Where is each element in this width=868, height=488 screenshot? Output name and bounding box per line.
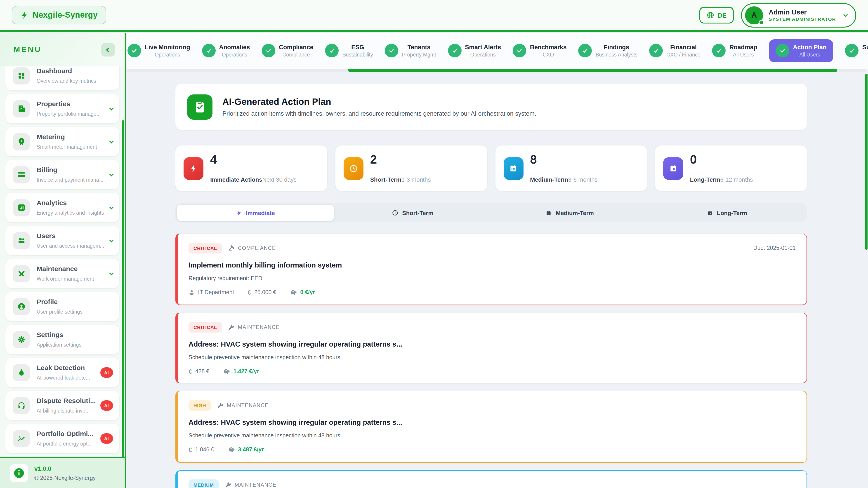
check-icon bbox=[385, 44, 398, 58]
step-benchmarks[interactable]: BenchmarksCXO bbox=[513, 43, 567, 58]
action-card[interactable]: CRITICAL COMPLIANCE Due: 2025-01-01 Impl… bbox=[176, 234, 807, 305]
step-anomalies[interactable]: AnomaliesOperations bbox=[202, 43, 250, 58]
sidebar-menu: Dashboard Overview and key metrics Prope… bbox=[0, 66, 125, 457]
droplet-icon bbox=[13, 364, 30, 381]
piggy-bank-icon bbox=[228, 446, 235, 453]
user-menu[interactable]: A Admin User SYSTEM ADMINISTRATOR bbox=[741, 3, 856, 27]
building-icon bbox=[13, 100, 30, 117]
gavel-icon bbox=[228, 245, 235, 252]
tab-medium-term[interactable]: Medium-Term bbox=[491, 205, 649, 221]
step-summary[interactable]: SummaryCXO bbox=[845, 43, 868, 58]
action-card[interactable]: MEDIUM MAINTENANCE bbox=[176, 470, 807, 488]
step-subtitle: Property Mgmt bbox=[402, 52, 436, 58]
stat-value: 8 bbox=[530, 154, 598, 166]
sidebar-footer: v1.0.0 © 2025 Nexgile-Synergy bbox=[0, 457, 125, 488]
sidebar-item-profile[interactable]: Profile User profile settings bbox=[5, 292, 119, 321]
step-findings[interactable]: FindingsBusiness Analysts bbox=[579, 43, 638, 58]
menu-label: MENU bbox=[13, 45, 41, 54]
tab-short-term[interactable]: Short-Term bbox=[334, 205, 491, 221]
sidebar-item-description: Application settings bbox=[37, 342, 81, 347]
credit-card-icon bbox=[13, 166, 30, 183]
sidebar-item-properties[interactable]: Properties Property portfolio manage... bbox=[5, 94, 119, 123]
sidebar-item-label: Maintenance bbox=[37, 265, 78, 272]
headset-icon bbox=[13, 397, 30, 414]
step-title: Benchmarks bbox=[530, 43, 567, 52]
euro-icon: € bbox=[188, 368, 192, 375]
brand-logo[interactable]: Nexgile-Synergy bbox=[12, 6, 106, 24]
tab-immediate[interactable]: Immediate bbox=[177, 205, 334, 221]
wrench-icon bbox=[225, 482, 231, 488]
sidebar-item-settings[interactable]: Settings Application settings bbox=[5, 325, 119, 354]
tools-icon bbox=[13, 265, 30, 282]
workflow-stepper: Live MonitoringOperations AnomaliesOpera… bbox=[127, 33, 868, 69]
language-button[interactable]: DE bbox=[699, 7, 734, 24]
cost: € 25.000 € bbox=[248, 289, 276, 296]
check-icon bbox=[127, 44, 141, 58]
step-title: Summary bbox=[862, 43, 868, 52]
savings: 1.427 €/yr bbox=[223, 368, 259, 375]
chevron-down-icon bbox=[109, 139, 114, 143]
action-card[interactable]: CRITICAL MAINTENANCE Address: HVAC syste… bbox=[176, 313, 807, 383]
sidebar-item-portfolio-optimization[interactable]: Portfolio Optimi... AI portfolio energy … bbox=[5, 424, 119, 453]
step-subtitle: CXO bbox=[543, 52, 554, 58]
clipboard-check-icon bbox=[187, 94, 213, 120]
action-title: Address: HVAC system showing irregular o… bbox=[188, 340, 796, 348]
globe-icon bbox=[706, 11, 714, 19]
action-description: Regulatory requirement: EED bbox=[188, 275, 796, 282]
step-esg[interactable]: ESGSustainability bbox=[325, 43, 373, 58]
sidebar-item-dashboard[interactable]: Dashboard Overview and key metrics bbox=[5, 66, 119, 90]
category-label: MAINTENANCE bbox=[238, 324, 280, 330]
step-compliance[interactable]: ComplianceCompliance bbox=[262, 43, 313, 58]
step-subtitle: Operations bbox=[155, 52, 180, 58]
sidebar-item-label: Settings bbox=[37, 330, 63, 338]
sidebar-item-metering[interactable]: Metering Smart meter management bbox=[5, 127, 119, 156]
sidebar-item-label: Portfolio Optimi... bbox=[37, 429, 94, 437]
step-tenants[interactable]: TenantsProperty Mgmt bbox=[385, 43, 436, 58]
app-version: v1.0.0 bbox=[34, 466, 51, 473]
stat-sublabel: 3-6 months bbox=[568, 176, 598, 183]
sidebar-item-analytics[interactable]: Analytics Energy analytics and insights bbox=[5, 193, 119, 222]
step-roadmap[interactable]: RoadmapAll Users bbox=[712, 43, 757, 58]
sidebar-item-label: Billing bbox=[37, 166, 57, 173]
info-icon bbox=[10, 464, 28, 482]
sidebar-item-label: Leak Detection bbox=[37, 363, 85, 371]
workflow-progress-fill bbox=[348, 69, 837, 72]
avatar: A bbox=[745, 6, 763, 24]
piggy-bank-icon bbox=[223, 368, 230, 375]
check-icon bbox=[649, 44, 663, 58]
step-subtitle: Business Analysts bbox=[596, 52, 638, 58]
step-live-monitoring[interactable]: Live MonitoringOperations bbox=[127, 43, 190, 58]
euro-icon: € bbox=[248, 289, 251, 296]
chevron-down-icon bbox=[843, 12, 848, 17]
sidebar-scrollbar[interactable] bbox=[122, 120, 124, 457]
sidebar-item-description: Work order management bbox=[37, 276, 94, 281]
sidebar-item-dispute-resolution[interactable]: Dispute Resoluti... AI billing dispute i… bbox=[5, 391, 119, 420]
step-smart-alerts[interactable]: Smart AlertsOperations bbox=[448, 43, 501, 58]
sidebar-item-maintenance[interactable]: Maintenance Work order management bbox=[5, 259, 119, 288]
calendar-icon bbox=[663, 157, 683, 180]
step-subtitle: CXO / Finance bbox=[666, 52, 701, 58]
sidebar-item-billing[interactable]: Billing Invoice and payment mana... bbox=[5, 160, 119, 189]
page-title: AI-Generated Action Plan bbox=[222, 97, 536, 107]
stat-short-term: 2 Short-Term1-3 months bbox=[336, 145, 487, 191]
action-card[interactable]: HIGH MAINTENANCE Address: HVAC system sh… bbox=[176, 391, 807, 463]
tab-long-term[interactable]: Long-Term bbox=[649, 205, 806, 221]
tab-label: Immediate bbox=[246, 209, 275, 216]
sidebar-collapse-button[interactable] bbox=[101, 43, 115, 57]
page-subtitle: Prioritized action items with timelines,… bbox=[222, 110, 536, 117]
stat-label: Immediate Actions bbox=[210, 176, 262, 183]
check-icon bbox=[202, 44, 215, 58]
sidebar: MENU Dashboard Overview and key metrics bbox=[0, 33, 126, 488]
chevron-down-icon bbox=[109, 238, 114, 242]
check-icon bbox=[845, 44, 859, 58]
sidebar-item-users[interactable]: Users User and access managem... bbox=[5, 226, 119, 255]
stat-value: 2 bbox=[370, 154, 431, 166]
step-subtitle: Operations bbox=[222, 52, 247, 58]
step-action-plan-active[interactable]: Action PlanAll Users bbox=[769, 39, 833, 62]
check-icon bbox=[579, 44, 592, 58]
step-title: Smart Alerts bbox=[465, 43, 501, 52]
step-title: Anomalies bbox=[219, 43, 250, 52]
sidebar-item-description: User and access managem... bbox=[37, 243, 104, 248]
step-financial[interactable]: FinancialCXO / Finance bbox=[649, 43, 701, 58]
sidebar-item-leak-detection[interactable]: Leak Detection AI-powered leak dete... A… bbox=[5, 358, 119, 387]
